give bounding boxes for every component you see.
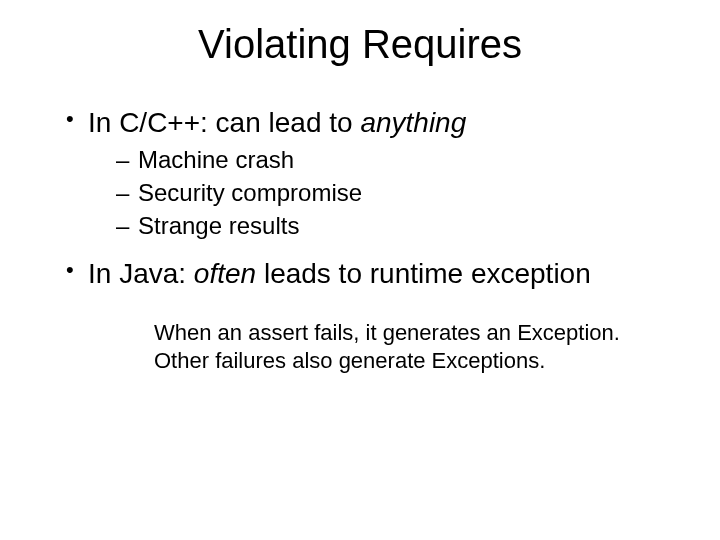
bullet-list-level2: Machine crash Security compromise Strang… (116, 144, 672, 242)
sub-security-compromise: Security compromise (116, 177, 672, 208)
sub-strange-results: Strange results (116, 210, 672, 241)
bullet-c-cpp: In C/C++: can lead to anything Machine c… (62, 105, 672, 242)
bullet-list-level1: In C/C++: can lead to anything Machine c… (62, 105, 672, 291)
bullet-java: In Java: often leads to runtime exceptio… (62, 256, 672, 291)
note-line-1: When an assert fails, it generates an Ex… (154, 319, 672, 348)
slide-body: In C/C++: can lead to anything Machine c… (62, 105, 672, 376)
bullet-c-cpp-em: anything (360, 107, 466, 138)
sub-machine-crash: Machine crash (116, 144, 672, 175)
bullet-java-text-c: leads to runtime exception (256, 258, 591, 289)
note-line-2: Other failures also generate Exceptions. (154, 347, 672, 376)
bullet-java-text-a: In Java: (88, 258, 194, 289)
bullet-c-cpp-text-a: In C/C++: can lead to (88, 107, 360, 138)
slide: Violating Requires In C/C++: can lead to… (0, 22, 720, 540)
bullet-java-em: often (194, 258, 256, 289)
slide-title: Violating Requires (0, 22, 720, 67)
note-block: When an assert fails, it generates an Ex… (154, 319, 672, 376)
